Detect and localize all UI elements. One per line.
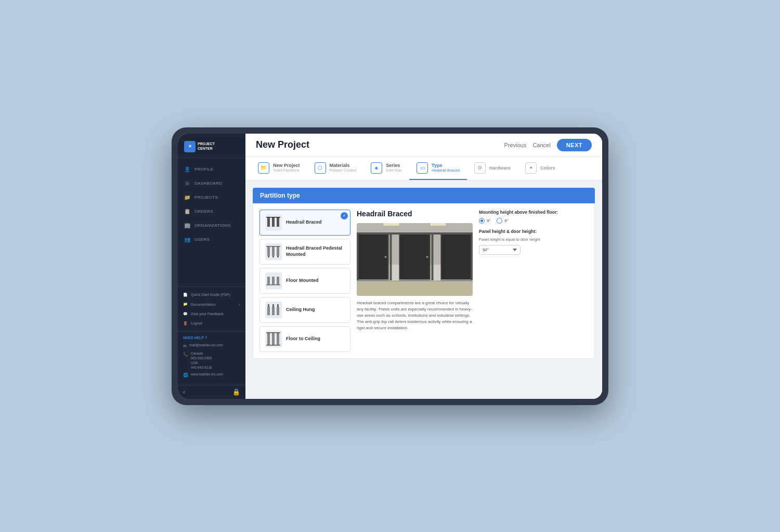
- logo-box: ✕ PROJECT CENTER: [184, 141, 239, 152]
- sidebar-item-label: Users: [194, 237, 210, 242]
- radio-9-label: 9": [487, 218, 490, 223]
- svg-rect-22: [272, 333, 275, 345]
- main-header: New Project Previous Cancel NEXT: [245, 134, 602, 157]
- partition-item-headrail-braced[interactable]: Headrail Braced ✓: [259, 210, 350, 236]
- chevron-left-icon[interactable]: ‹: [183, 388, 185, 396]
- sidebar-item-projects[interactable]: 📁 Projects: [178, 190, 245, 204]
- series-tab-icon: ◈: [371, 162, 382, 174]
- materials-tab-icon: ⬡: [315, 162, 326, 174]
- materials-tab-label: Materials: [330, 163, 357, 168]
- partition-item-ceiling-hung[interactable]: Ceiling Hung: [259, 297, 350, 323]
- svg-rect-32: [359, 235, 387, 279]
- tab-hardware[interactable]: ⚙ Hardware: [467, 157, 518, 180]
- new-project-tab-label: New Project: [273, 163, 300, 168]
- usa-label: USA: [191, 360, 212, 365]
- svg-rect-0: [267, 217, 270, 227]
- quick-start-label: Quick Start Guide (PDF): [191, 293, 230, 296]
- svg-rect-7: [266, 246, 280, 247]
- partition-img-floor-ceiling: [265, 331, 282, 347]
- canada-phone: 905-333-0300: [191, 356, 212, 360]
- documentation-link[interactable]: 📁 Documentation ›: [178, 300, 245, 309]
- mounting-radio-group: 9" 6": [479, 218, 588, 224]
- next-button[interactable]: NEXT: [557, 139, 592, 151]
- partition-item-floor-mounted[interactable]: Floor Mounted: [259, 268, 350, 294]
- feedback-icon: 💬: [183, 312, 188, 316]
- sidebar-item-label: Organizations: [194, 223, 231, 228]
- profile-icon: 👤: [184, 166, 191, 173]
- tab-series[interactable]: ◈ Series Elite Max: [363, 157, 409, 180]
- svg-rect-9: [272, 256, 274, 257]
- new-project-tab-info: New Project Toilet Partitions: [273, 163, 300, 173]
- svg-point-46: [385, 256, 387, 258]
- radio-circle-9: [479, 218, 485, 224]
- need-help-title: NEED HELP ?: [183, 336, 240, 340]
- quick-links: 📄 Quick Start Guide (PDF) 📁 Documentatio…: [178, 287, 245, 331]
- folder-icon: 📁: [183, 302, 188, 306]
- svg-rect-13: [277, 277, 279, 285]
- feedback-link[interactable]: 💬 Give your Feedback: [178, 309, 245, 319]
- tab-materials[interactable]: ⬡ Materials Powder Coated: [307, 157, 364, 180]
- cancel-button[interactable]: Cancel: [532, 142, 550, 148]
- logout-link[interactable]: 🚪 Logout: [178, 319, 245, 328]
- partition-img-ceiling: [265, 302, 282, 318]
- svg-rect-1: [272, 217, 275, 227]
- svg-rect-35: [400, 235, 429, 279]
- svg-point-47: [426, 256, 428, 258]
- partition-label-ceiling: Ceiling Hung: [286, 307, 315, 313]
- previous-button[interactable]: Previous: [504, 142, 527, 148]
- users-icon: 👥: [184, 236, 191, 243]
- sidebar-item-label: Projects: [194, 195, 218, 200]
- svg-rect-24: [266, 332, 280, 333]
- logout-label: Logout: [191, 321, 202, 325]
- email-contact: ✉ mail@hadrian-inc.com: [183, 343, 240, 349]
- document-icon: 📄: [183, 293, 188, 297]
- sidebar-item-orders[interactable]: 📋 Orders: [178, 204, 245, 218]
- chevron-right-icon: ›: [239, 302, 240, 307]
- website-contact: 🌐 www.hadrian-inc.com: [183, 372, 240, 378]
- svg-rect-5: [272, 246, 275, 256]
- logout-icon: 🚪: [183, 321, 188, 326]
- partition-label-floor-ceiling: Floor to Ceiling: [286, 336, 320, 342]
- wizard-tabs: 📁 New Project Toilet Partitions ⬡ Materi…: [245, 157, 602, 180]
- feedback-label: Give your Feedback: [191, 312, 224, 316]
- canada-contact: 📞 Canada 905-333-0300 USA 440-942-9118: [183, 351, 240, 370]
- sidebar-item-profile[interactable]: 👤 Profile: [178, 162, 245, 176]
- svg-rect-40: [357, 232, 473, 235]
- detail-image: [357, 223, 473, 296]
- svg-rect-36: [399, 279, 431, 281]
- partition-item-floor-ceiling[interactable]: Floor to Ceiling: [259, 326, 350, 352]
- options-panel: Mounting height above finished floor: 9"…: [479, 210, 588, 352]
- lock-icon: 🔒: [232, 388, 240, 396]
- sidebar-item-organizations[interactable]: 🏢 Organizations: [178, 218, 245, 232]
- quick-start-link[interactable]: 📄 Quick Start Guide (PDF): [178, 290, 245, 300]
- panel-height-section: Panel height & door height: Panel height…: [479, 229, 588, 255]
- height-select[interactable]: 82" 84" 86" 88" 90" 92": [479, 245, 521, 255]
- svg-rect-16: [272, 307, 275, 315]
- partition-item-pedestal[interactable]: Headrail Braced Pedestal Mounted: [259, 239, 350, 265]
- radio-6-inch[interactable]: 6": [497, 218, 508, 224]
- sidebar-item-dashboard[interactable]: ⊞ Dashboard: [178, 176, 245, 190]
- colors-tab-icon: ✦: [525, 162, 537, 174]
- colors-tab-label: Colors: [540, 165, 555, 171]
- svg-rect-20: [277, 304, 279, 307]
- logo-text: PROJECT CENTER: [198, 142, 215, 151]
- tab-type[interactable]: ▭ Type Headrail Braced: [409, 157, 467, 180]
- hardware-tab-info: Hardware: [489, 165, 511, 171]
- sidebar-item-label: Dashboard: [194, 181, 222, 186]
- sidebar-item-label: Orders: [194, 209, 213, 214]
- svg-rect-21: [267, 333, 270, 345]
- partition-label-headrail: Headrail Braced: [286, 219, 322, 226]
- tab-new-project[interactable]: 📁 New Project Toilet Partitions: [251, 157, 307, 180]
- tab-colors[interactable]: ✦ Colors: [518, 157, 563, 180]
- partition-label-pedestal: Headrail Braced Pedestal Mounted: [286, 245, 345, 257]
- sidebar: ✕ PROJECT CENTER 👤 Profile ⊞ Dashboard: [178, 134, 245, 399]
- phone-icon: 📞: [183, 352, 188, 357]
- radio-9-inch[interactable]: 9": [479, 218, 490, 224]
- canada-label: Canada: [191, 351, 212, 356]
- header-actions: Previous Cancel NEXT: [504, 139, 592, 151]
- sidebar-item-users[interactable]: 👥 Users: [178, 232, 245, 246]
- usa-phone: 440-942-9118: [191, 365, 212, 370]
- svg-rect-30: [431, 223, 446, 226]
- svg-rect-25: [266, 345, 280, 346]
- svg-rect-29: [384, 223, 399, 226]
